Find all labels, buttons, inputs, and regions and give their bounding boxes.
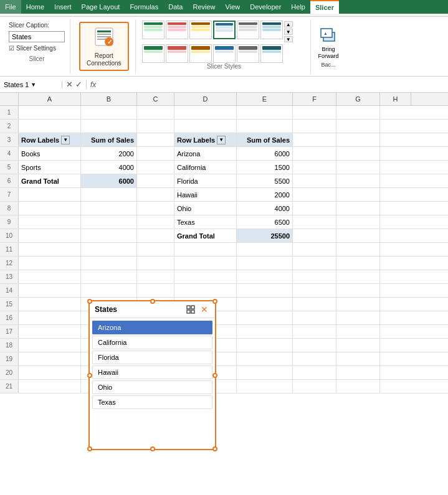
cell-a15[interactable] — [19, 298, 81, 311]
cell-b5[interactable]: 4000 — [81, 161, 137, 174]
cell-e11[interactable] — [237, 243, 293, 256]
slicer-item-texas[interactable]: Texas — [92, 395, 212, 409]
cell-b12[interactable] — [81, 257, 137, 270]
cell-g3[interactable] — [336, 133, 380, 146]
cell-g18[interactable] — [336, 339, 380, 352]
cell-c9[interactable] — [137, 215, 174, 229]
cell-c3[interactable] — [137, 133, 174, 146]
cell-b3-header[interactable]: Sum of Sales — [81, 133, 137, 146]
cell-e7[interactable]: 2000 — [237, 188, 293, 201]
cell-e1[interactable] — [237, 106, 293, 119]
cell-a3-header[interactable]: Row Labels ▼ — [19, 133, 81, 146]
menu-page-layout[interactable]: Page Layout — [77, 0, 125, 14]
scroll-down-btn[interactable]: ▼ — [284, 29, 293, 35]
menu-help[interactable]: Help — [286, 0, 310, 14]
col-header-f[interactable]: F — [293, 93, 336, 105]
cell-a18[interactable] — [19, 339, 81, 352]
cell-f10[interactable] — [293, 229, 336, 242]
cell-e10[interactable]: 25500 — [237, 229, 293, 242]
cell-a8[interactable] — [19, 202, 81, 215]
cell-f1[interactable] — [293, 106, 336, 119]
handle-mid-left[interactable] — [87, 373, 92, 378]
cell-c6[interactable] — [137, 174, 174, 187]
slicer-item-california[interactable]: California — [92, 336, 212, 349]
cell-e6[interactable]: 5500 — [237, 174, 293, 187]
slicer-caption-input[interactable] — [9, 31, 65, 42]
cell-e8[interactable]: 4000 — [237, 202, 293, 215]
cell-a9[interactable] — [19, 215, 81, 229]
cell-e14[interactable] — [237, 284, 293, 297]
slicer-item-hawaii[interactable]: Hawaii — [92, 365, 212, 379]
slicer-settings-button[interactable]: ☑ Slicer Settings — [9, 45, 65, 52]
cell-g16[interactable] — [336, 311, 380, 324]
cell-b4[interactable]: 2000 — [81, 147, 137, 160]
cell-f2[interactable] — [293, 120, 336, 133]
cell-g2[interactable] — [336, 120, 380, 133]
cell-c4[interactable] — [137, 147, 174, 160]
cell-d13[interactable] — [174, 270, 237, 283]
cell-g20[interactable] — [336, 366, 380, 379]
col-header-g[interactable]: G — [336, 93, 380, 105]
cell-b9[interactable] — [81, 215, 137, 229]
menu-review[interactable]: Review — [188, 0, 220, 14]
cell-e12[interactable] — [237, 257, 293, 270]
cell-a6[interactable]: Grand Total — [19, 174, 81, 187]
cell-f14[interactable] — [293, 284, 336, 297]
slicer-item-ohio[interactable]: Ohio — [92, 380, 212, 394]
cell-d2[interactable] — [174, 120, 237, 133]
menu-file[interactable]: File — [0, 0, 21, 14]
cell-f20[interactable] — [293, 366, 336, 379]
cell-a4[interactable]: Books — [19, 147, 81, 160]
cell-c5[interactable] — [137, 161, 174, 174]
menu-developer[interactable]: Developer — [245, 0, 286, 14]
slicer-item-arizona[interactable]: Arizona — [92, 321, 212, 334]
cell-c10[interactable] — [137, 229, 174, 242]
cell-f12[interactable] — [293, 257, 336, 270]
cell-c12[interactable] — [137, 257, 174, 270]
cell-g5[interactable] — [336, 161, 380, 174]
cell-c2[interactable] — [137, 120, 174, 133]
name-box[interactable]: States 1 ▼ — [0, 81, 62, 88]
cell-g8[interactable] — [336, 202, 380, 215]
handle-top-right[interactable] — [212, 299, 217, 304]
cell-b13[interactable] — [81, 270, 137, 283]
cell-d9[interactable]: Texas — [174, 215, 237, 229]
cell-d5[interactable]: California — [174, 161, 237, 174]
report-connections-button[interactable]: ✓ ReportConnections — [79, 22, 129, 71]
cell-e9[interactable]: 6500 — [237, 215, 293, 229]
handle-bottom-right[interactable] — [212, 446, 217, 451]
cell-e4[interactable]: 6000 — [237, 147, 293, 160]
cell-g12[interactable] — [336, 257, 380, 270]
cell-g10[interactable] — [336, 229, 380, 242]
handle-bottom-mid[interactable] — [150, 446, 155, 451]
cell-a14[interactable] — [19, 284, 81, 297]
cell-a17[interactable] — [19, 325, 81, 338]
formula-input[interactable] — [100, 81, 448, 88]
cell-b7[interactable] — [81, 188, 137, 201]
cell-f15[interactable] — [293, 298, 336, 311]
style-item-9[interactable] — [189, 44, 212, 63]
cell-e17[interactable] — [237, 325, 293, 338]
back-button[interactable]: Bac... — [318, 62, 339, 68]
cell-c7[interactable] — [137, 188, 174, 201]
cell-f16[interactable] — [293, 311, 336, 324]
cell-e20[interactable] — [237, 366, 293, 379]
handle-top-mid[interactable] — [150, 299, 155, 304]
cell-e16[interactable] — [237, 311, 293, 324]
cell-a1[interactable] — [19, 106, 81, 119]
handle-bottom-left[interactable] — [87, 446, 92, 451]
cell-f4[interactable] — [293, 147, 336, 160]
scroll-up-btn[interactable]: ▲ — [284, 21, 293, 27]
col-header-d[interactable]: D — [174, 93, 237, 105]
cell-e21[interactable] — [237, 380, 293, 393]
menu-home[interactable]: Home — [21, 0, 49, 14]
cell-f6[interactable] — [293, 174, 336, 187]
menu-insert[interactable]: Insert — [49, 0, 77, 14]
cell-f3[interactable] — [293, 133, 336, 146]
cell-e2[interactable] — [237, 120, 293, 133]
filter-btn-d3[interactable]: ▼ — [217, 136, 226, 144]
cell-d8[interactable]: Ohio — [174, 202, 237, 215]
confirm-formula-icon[interactable]: ✓ — [75, 80, 82, 89]
cell-g13[interactable] — [336, 270, 380, 283]
cell-g9[interactable] — [336, 215, 380, 229]
